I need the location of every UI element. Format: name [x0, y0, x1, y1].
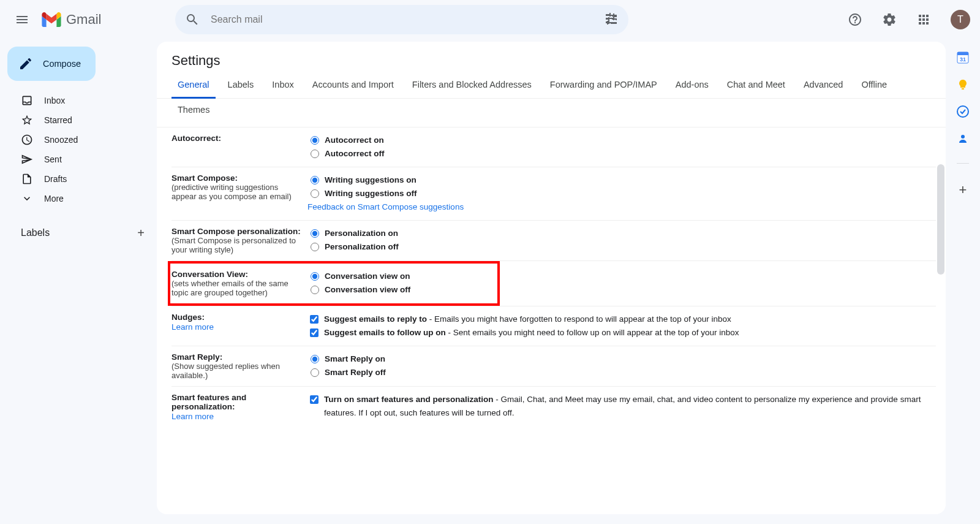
setting-title: Nudges: — [172, 313, 303, 322]
settings-tabs-row2: Themes — [157, 99, 946, 127]
smart-compose-on-radio[interactable] — [311, 176, 319, 184]
app-name: Gmail — [66, 12, 101, 28]
smart-reply-off-radio[interactable] — [311, 368, 319, 377]
star-icon — [21, 114, 33, 126]
nav-drafts[interactable]: Drafts — [5, 169, 149, 189]
tab-advanced[interactable]: Advanced — [797, 74, 850, 99]
apps-icon[interactable] — [911, 7, 936, 32]
nudges-followup-checkbox[interactable] — [310, 328, 318, 337]
tab-inbox[interactable]: Inbox — [266, 74, 300, 99]
setting-nudges: Nudges: Learn more Suggest emails to rep… — [172, 306, 936, 346]
svg-point-3 — [957, 106, 968, 117]
support-icon[interactable] — [843, 7, 867, 32]
setting-desc: (sets whether emails of the same topic a… — [172, 279, 303, 297]
smart-compose-off-radio[interactable] — [311, 189, 319, 198]
personalization-on-radio[interactable] — [311, 229, 319, 238]
draft-icon — [21, 173, 33, 185]
compose-label: Compose — [43, 59, 81, 69]
nav-label: Snoozed — [44, 135, 78, 145]
gmail-logo[interactable]: Gmail — [42, 12, 164, 28]
settings-icon[interactable] — [877, 7, 902, 32]
autocorrect-off-radio[interactable] — [311, 150, 319, 158]
tab-offline[interactable]: Offline — [855, 74, 893, 99]
conversation-view-highlight: Conversation View: (sets whether emails … — [168, 261, 500, 306]
option-label: Turn on smart features and personalizati… — [324, 395, 494, 404]
setting-smart-compose-personalization: Smart Compose personalization: (Smart Co… — [172, 221, 936, 261]
nav-inbox[interactable]: Inbox — [5, 91, 149, 110]
svg-point-4 — [961, 135, 965, 139]
conversation-view-off-radio[interactable] — [311, 286, 319, 294]
inbox-icon — [21, 94, 33, 107]
tab-addons[interactable]: Add-ons — [669, 74, 715, 99]
main-menu-button[interactable] — [7, 5, 37, 34]
setting-title: Smart features and personalization: — [172, 393, 303, 411]
search-bar[interactable] — [175, 5, 628, 34]
option-label: Suggest emails to reply to — [324, 314, 427, 324]
smart-features-learn-more-link[interactable]: Learn more — [172, 412, 214, 421]
nav-more[interactable]: More — [5, 189, 149, 208]
calendar-icon[interactable]: 31 — [957, 51, 969, 64]
tab-labels[interactable]: Labels — [222, 74, 260, 99]
compose-button[interactable]: Compose — [7, 47, 96, 81]
nudges-learn-more-link[interactable]: Learn more — [172, 322, 214, 332]
send-icon — [21, 153, 33, 165]
nav-label: Inbox — [44, 96, 65, 105]
setting-desc: (predictive writing suggestions appear a… — [172, 183, 303, 201]
setting-smart-reply: Smart Reply: (Show suggested replies whe… — [172, 346, 936, 387]
tasks-icon[interactable] — [957, 105, 969, 118]
option-label: Conversation view off — [325, 283, 410, 297]
expand-icon — [21, 192, 33, 205]
autocorrect-on-radio[interactable] — [311, 136, 319, 145]
setting-title: Smart Reply: — [172, 352, 303, 362]
search-options-icon[interactable] — [599, 7, 624, 32]
setting-title: Conversation View: — [172, 270, 303, 279]
conversation-view-on-radio[interactable] — [311, 272, 319, 281]
account-avatar[interactable]: T — [951, 10, 970, 29]
nav-starred[interactable]: Starred — [5, 110, 149, 130]
option-desc: - Sent emails you might need to follow u… — [446, 328, 739, 337]
option-desc: - Emails you might have forgotten to res… — [427, 314, 731, 324]
smart-features-checkbox[interactable] — [310, 395, 318, 404]
option-label: Writing suggestions off — [325, 187, 417, 200]
setting-conversation-view: Conversation View: (sets whether emails … — [172, 267, 497, 300]
smart-compose-feedback-link[interactable]: Feedback on Smart Compose suggestions — [307, 200, 464, 214]
option-label: Smart Reply on — [325, 352, 385, 366]
labels-heading: Labels — [21, 227, 50, 238]
setting-smart-compose: Smart Compose: (predictive writing sugge… — [172, 167, 936, 221]
personalization-off-radio[interactable] — [311, 243, 319, 251]
page-title: Settings — [157, 42, 946, 74]
nav-label: Starred — [44, 115, 72, 125]
settings-tabs: General Labels Inbox Accounts and Import… — [157, 74, 946, 99]
scrollbar[interactable] — [937, 164, 944, 275]
search-input[interactable] — [209, 13, 594, 26]
get-addons-button[interactable]: + — [959, 182, 967, 198]
option-label: Smart Reply off — [325, 366, 386, 379]
tab-general[interactable]: General — [172, 74, 216, 99]
nav-label: Drafts — [44, 174, 67, 184]
tab-forwarding[interactable]: Forwarding and POP/IMAP — [544, 74, 663, 99]
nav-snoozed[interactable]: Snoozed — [5, 130, 149, 150]
contacts-icon[interactable] — [957, 132, 969, 145]
add-label-button[interactable]: + — [137, 226, 145, 240]
setting-desc: (Smart Compose is personalized to your w… — [172, 236, 303, 254]
tab-themes[interactable]: Themes — [172, 99, 216, 124]
nudges-reply-checkbox[interactable] — [310, 315, 318, 324]
option-label: Autocorrect off — [325, 147, 385, 161]
tab-accounts[interactable]: Accounts and Import — [306, 74, 400, 99]
option-label: Conversation view on — [325, 270, 410, 283]
separator — [957, 163, 969, 164]
setting-title: Autocorrect: — [172, 134, 303, 143]
keep-icon[interactable] — [957, 78, 969, 91]
nav-label: Sent — [44, 154, 62, 164]
tab-chat[interactable]: Chat and Meet — [721, 74, 791, 99]
option-label: Autocorrect on — [325, 134, 384, 147]
search-icon[interactable] — [180, 7, 205, 32]
setting-autocorrect: Autocorrect: Autocorrect on Autocorrect … — [172, 127, 936, 167]
tab-filters[interactable]: Filters and Blocked Addresses — [406, 74, 538, 99]
setting-title: Smart Compose: — [172, 173, 303, 183]
option-label: Suggest emails to follow up on — [324, 328, 446, 337]
setting-title: Smart Compose personalization: — [172, 227, 303, 236]
nav-sent[interactable]: Sent — [5, 150, 149, 169]
option-label: Personalization off — [325, 240, 399, 254]
smart-reply-on-radio[interactable] — [311, 355, 319, 363]
